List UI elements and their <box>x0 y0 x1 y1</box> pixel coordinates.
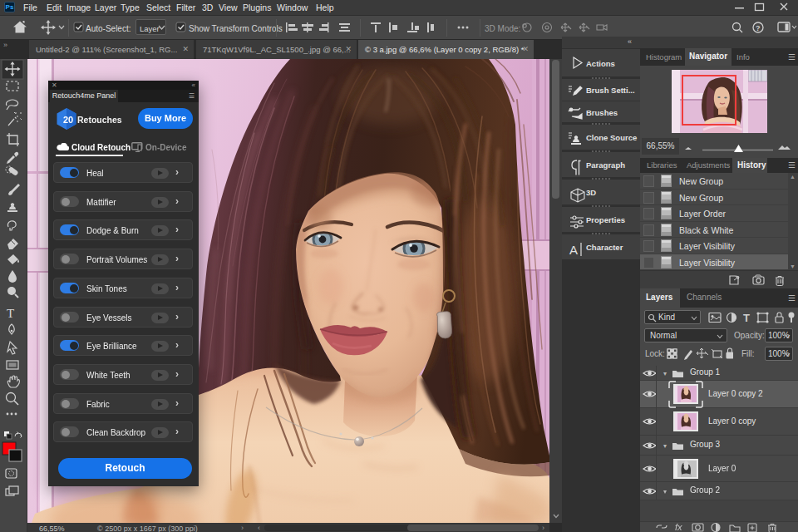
svg-text:fx: fx <box>675 522 682 532</box>
svg-text:T: T <box>7 307 14 320</box>
svg-text:A: A <box>569 243 578 257</box>
svg-text:?: ? <box>756 24 761 32</box>
svg-text:T: T <box>743 312 750 324</box>
